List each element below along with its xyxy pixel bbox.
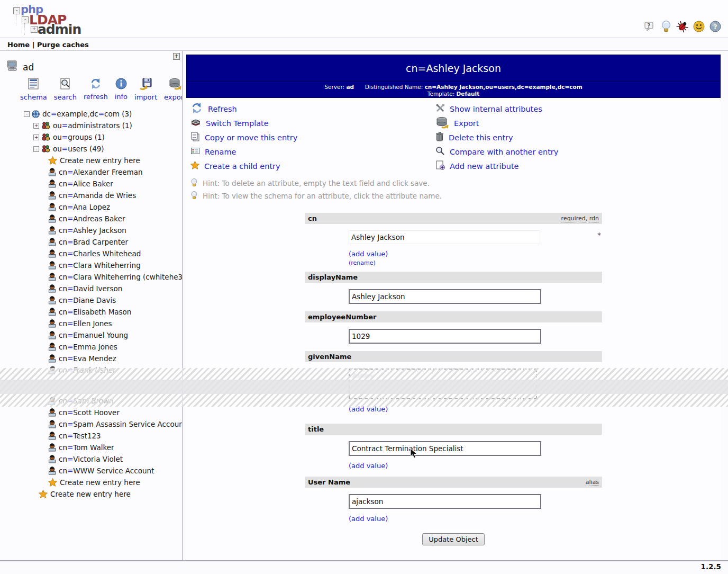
tool-info[interactable]: info bbox=[115, 77, 128, 101]
add-value-link[interactable]: (add value) bbox=[349, 461, 602, 470]
tree-item-label: cn=Charles Whitehead bbox=[59, 249, 141, 258]
tree-item[interactable]: Create new entry here bbox=[0, 477, 182, 488]
person-icon bbox=[48, 249, 56, 258]
action-label: Switch Template bbox=[206, 119, 269, 128]
tree-item-label: cn=Diane Davis bbox=[59, 296, 116, 304]
action-rename[interactable]: Rename bbox=[190, 145, 297, 159]
refresh-icon bbox=[190, 102, 203, 116]
tree-item[interactable]: cn=David Iverson bbox=[0, 283, 182, 294]
help-bubble-icon[interactable]: ? bbox=[643, 20, 656, 33]
attribute-badge: rdn bbox=[589, 215, 599, 222]
action-show-internal-attributes[interactable]: Show internal attributes bbox=[435, 102, 558, 116]
expander-minus-icon[interactable]: - bbox=[24, 111, 30, 117]
tree-item[interactable]: cn=Tom Walker bbox=[0, 442, 182, 453]
title-input[interactable] bbox=[349, 441, 541, 456]
breadcrumb-separator: | bbox=[32, 41, 35, 49]
rename-icon bbox=[190, 147, 200, 157]
tree-item[interactable]: Create new entry here bbox=[0, 488, 182, 500]
attribute-name[interactable]: title bbox=[308, 424, 324, 435]
purge-caches-link[interactable]: Purge caches bbox=[37, 41, 89, 49]
hints: Hint: To delete an attribute, empty the … bbox=[190, 177, 442, 202]
expander-plus-icon[interactable]: + bbox=[33, 134, 39, 140]
expand-sidebar-button[interactable]: + bbox=[173, 53, 180, 60]
tool-export[interactable]: export bbox=[164, 77, 183, 101]
attribute-name[interactable]: User Name bbox=[308, 477, 350, 488]
add-value-link[interactable]: (add value) bbox=[349, 405, 602, 414]
export-icon bbox=[435, 116, 449, 131]
tools-icon bbox=[435, 103, 445, 114]
export-icon bbox=[168, 77, 182, 92]
action-create-a-child-entry[interactable]: Create a child entry bbox=[190, 159, 297, 173]
tree-item[interactable]: cn=Scott Hoover bbox=[0, 407, 182, 418]
tree-item[interactable]: cn=Test123 bbox=[0, 430, 182, 442]
tree-item[interactable]: cn=Victoria Violet bbox=[0, 453, 182, 465]
tree-item[interactable]: cn=Charles Whitehead bbox=[0, 248, 182, 259]
lightbulb-icon[interactable] bbox=[660, 20, 672, 33]
tree-item[interactable]: cn=Emma Jones bbox=[0, 341, 182, 353]
tree-item[interactable]: cn=Ashley Jackson bbox=[0, 225, 182, 236]
tool-refresh[interactable]: refresh bbox=[84, 77, 108, 101]
home-link[interactable]: Home bbox=[7, 41, 30, 49]
givenName-input-glitched[interactable]: Ashley bbox=[349, 369, 537, 399]
cn-value-input[interactable] bbox=[349, 230, 540, 244]
expander-plus-icon[interactable]: + bbox=[33, 123, 39, 129]
bug-report-icon[interactable] bbox=[676, 20, 689, 33]
attribute-name[interactable]: employeeNumber bbox=[308, 311, 376, 322]
tree-item[interactable]: -ou=users (49) bbox=[0, 143, 182, 155]
tree-item[interactable]: +ou=administrators (1) bbox=[0, 120, 182, 131]
attribute-name[interactable]: displayName bbox=[308, 272, 358, 283]
tree-item[interactable]: cn=Andreas Baker bbox=[0, 213, 182, 225]
action-copy-or-move-this-entry[interactable]: Copy or move this entry bbox=[190, 130, 297, 145]
employeenumber-input[interactable] bbox=[349, 329, 541, 344]
expander-minus-icon[interactable]: - bbox=[33, 146, 39, 152]
tree-item[interactable]: cn=Eva Mendez bbox=[0, 353, 182, 364]
tool-label: info bbox=[115, 93, 128, 101]
help-icon[interactable]: ? bbox=[709, 20, 722, 33]
tree-item[interactable]: cn=Spam Assassin Service Account bbox=[0, 418, 182, 430]
tree-item[interactable]: cn=Frank Usher bbox=[0, 364, 183, 376]
attribute-badge: required bbox=[561, 215, 586, 222]
tree-item[interactable]: cn=Alexander Freeman bbox=[0, 166, 182, 178]
logo-tree-box-icon: - bbox=[22, 16, 29, 23]
tree-item[interactable]: Create new entry here bbox=[0, 155, 182, 166]
rename-link[interactable]: (rename) bbox=[349, 258, 602, 267]
smiley-icon[interactable] bbox=[693, 20, 705, 33]
tree-item[interactable]: cn=Clara Whiteherring (cwhitehe3) bbox=[0, 271, 182, 283]
add-value-link[interactable]: (add value) bbox=[349, 249, 602, 258]
tool-label: schema bbox=[20, 93, 47, 101]
person-icon bbox=[48, 366, 57, 374]
tool-search[interactable]: search bbox=[54, 77, 77, 101]
template-value: Default bbox=[457, 91, 480, 97]
tree-item[interactable]: +ou=groups (1) bbox=[0, 131, 182, 143]
attribute-name[interactable]: cn bbox=[308, 213, 317, 224]
tool-import[interactable]: import bbox=[134, 77, 157, 101]
tool-schema[interactable]: schema bbox=[20, 77, 47, 101]
action-export[interactable]: Export bbox=[435, 116, 558, 130]
action-refresh[interactable]: Refresh bbox=[190, 102, 297, 116]
attribute-section-employeenumber: employeeNumber bbox=[305, 311, 602, 344]
tree-item[interactable]: cn=Ellen Jones bbox=[0, 318, 182, 329]
tree-item[interactable]: cn=Elisabeth Mason bbox=[0, 306, 182, 318]
attribute-header: employeeNumber bbox=[305, 311, 602, 322]
server-row[interactable]: ad bbox=[6, 60, 34, 74]
update-object-button[interactable]: Update Object bbox=[422, 533, 485, 545]
tree-item[interactable]: cn=Alice Baker bbox=[0, 178, 182, 190]
tree-item[interactable]: cn=Amanda de Wries bbox=[0, 190, 182, 201]
action-delete-this-entry[interactable]: Delete this entry bbox=[435, 130, 558, 145]
tree-item[interactable]: cn=Ana Lopez bbox=[0, 201, 182, 213]
attribute-name[interactable]: givenName bbox=[308, 351, 351, 362]
user-name-input[interactable] bbox=[349, 494, 541, 509]
action-label: Compare with another entry bbox=[450, 148, 558, 156]
tree-item[interactable]: cn=Diane Davis bbox=[0, 294, 182, 306]
action-compare-with-another-entry[interactable]: Compare with another entry bbox=[435, 145, 558, 159]
action-switch-template[interactable]: Switch Template bbox=[190, 116, 297, 130]
tree-item[interactable]: cn=Brad Carpenter bbox=[0, 236, 182, 248]
displayname-input[interactable] bbox=[349, 289, 541, 304]
action-add-new-attribute[interactable]: Add new attribute bbox=[435, 159, 558, 173]
tree-item[interactable]: cn=WWW Service Account bbox=[0, 465, 182, 477]
tree-item[interactable]: cn=Emanuel Young bbox=[0, 329, 182, 341]
add-value-link[interactable]: (add value) bbox=[349, 514, 602, 523]
tree-item[interactable]: -dc=example,dc=com (3) bbox=[0, 108, 182, 120]
tree-item[interactable]: cn=Clara Whiteherring bbox=[0, 259, 182, 271]
tree-item[interactable]: cn=Sam Brown bbox=[0, 395, 183, 407]
